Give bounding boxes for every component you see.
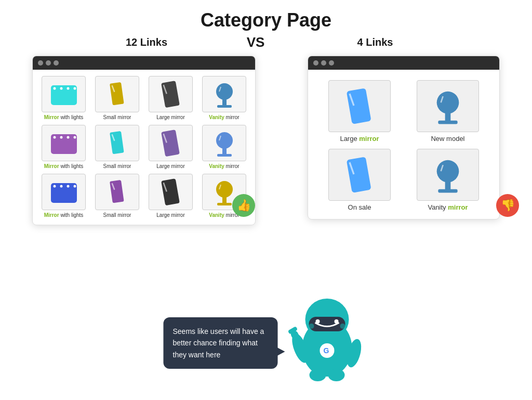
svg-point-3 — [66, 87, 69, 89]
product-label: Large mirror — [156, 163, 184, 170]
product-label: Small mirror — [103, 212, 131, 218]
browser-bar-right — [308, 56, 499, 70]
product-image — [417, 80, 479, 132]
product-label: Small mirror — [103, 114, 131, 121]
svg-rect-42 — [438, 120, 457, 124]
browser-dot — [38, 60, 43, 66]
list-item: Small mirror — [92, 125, 142, 170]
svg-point-24 — [216, 132, 233, 149]
list-item: Vanity mirror — [407, 149, 489, 211]
product-label: Large mirror — [156, 212, 184, 218]
svg-point-15 — [60, 136, 62, 138]
svg-point-2 — [60, 87, 62, 89]
svg-point-30 — [73, 185, 76, 187]
svg-point-28 — [60, 185, 62, 187]
svg-point-4 — [73, 87, 76, 89]
svg-rect-23 — [217, 154, 232, 157]
product-label: Small mirror — [103, 163, 131, 170]
list-item: Large mirror — [146, 76, 195, 121]
list-item: Vanity mirror — [200, 125, 249, 170]
right-product-grid: Large mirrorNew modelOn saleVanity mirro… — [308, 70, 499, 219]
product-label: Mirror with lights — [44, 163, 84, 170]
svg-rect-10 — [217, 105, 232, 108]
product-image — [95, 174, 139, 210]
product-image — [417, 149, 479, 201]
product-image — [328, 80, 391, 132]
list-item: Mirror with lights — [39, 125, 88, 170]
svg-point-63 — [328, 369, 345, 381]
list-item: Vanity mirror — [200, 76, 249, 121]
product-label: Large mirror — [340, 135, 379, 143]
browser-dot — [46, 60, 51, 66]
list-item: New model — [407, 80, 489, 143]
svg-point-37 — [216, 181, 233, 198]
product-label: On sale — [348, 203, 371, 211]
product-image — [95, 76, 139, 112]
svg-point-16 — [66, 136, 69, 138]
product-image — [95, 125, 139, 161]
product-image — [149, 76, 193, 112]
product-image — [149, 125, 193, 161]
speech-bubble-text: Seems like users will have a better chan… — [173, 327, 264, 359]
svg-text:G: G — [324, 346, 329, 355]
svg-rect-36 — [217, 203, 232, 205]
thumbs-down-button[interactable]: 👎 — [496, 194, 519, 217]
svg-point-56 — [309, 324, 314, 329]
svg-point-14 — [53, 136, 56, 138]
browser-dot — [329, 60, 334, 66]
svg-rect-33 — [161, 178, 180, 205]
product-label: Large mirror — [156, 114, 184, 121]
product-image — [42, 174, 86, 210]
subtitle-right: 4 Links — [287, 36, 463, 48]
svg-point-54 — [316, 319, 320, 324]
product-label: Mirror with lights — [44, 114, 84, 121]
svg-point-62 — [310, 369, 326, 381]
svg-rect-53 — [309, 317, 345, 331]
speech-bubble: Seems like users will have a better chan… — [164, 317, 278, 369]
list-item: Large mirror — [318, 80, 401, 143]
product-image — [42, 76, 86, 112]
thumbs-up-button[interactable]: 👍 — [232, 194, 255, 217]
product-label: Vanity mirror — [428, 203, 468, 211]
product-image — [202, 76, 246, 112]
product-image — [202, 125, 246, 161]
svg-point-11 — [216, 83, 233, 100]
left-browser-window: Mirror with lightsSmall mirrorLarge mirr… — [32, 56, 256, 225]
left-product-grid: Mirror with lightsSmall mirrorLarge mirr… — [33, 70, 255, 225]
list-item: Mirror with lights — [39, 174, 88, 218]
svg-point-29 — [66, 185, 69, 187]
list-item: Large mirror — [146, 174, 195, 218]
svg-rect-48 — [438, 189, 457, 192]
product-label: Vanity mirror — [209, 163, 239, 170]
robot: G — [286, 280, 369, 384]
page-title: Category Page — [0, 0, 532, 31]
product-label: New model — [431, 135, 464, 143]
list-item: Small mirror — [92, 76, 142, 121]
svg-rect-20 — [161, 130, 180, 157]
list-item: Mirror with lights — [39, 76, 88, 121]
svg-rect-39 — [347, 88, 371, 124]
subtitle-vs: VS — [224, 34, 287, 50]
list-item: Small mirror — [92, 174, 142, 218]
svg-point-1 — [53, 87, 56, 89]
svg-point-49 — [437, 160, 459, 182]
svg-point-17 — [73, 136, 76, 138]
browser-dot — [54, 60, 59, 66]
svg-point-27 — [53, 185, 56, 187]
svg-point-55 — [335, 319, 339, 324]
svg-rect-45 — [347, 157, 371, 193]
product-image — [149, 174, 193, 210]
product-label: Vanity mirror — [209, 114, 239, 121]
browser-dot — [321, 60, 326, 66]
product-image — [328, 149, 391, 201]
subtitle-left: 12 Links — [69, 36, 224, 48]
browser-bar-left — [33, 56, 255, 70]
svg-point-43 — [437, 91, 459, 113]
list-item: On sale — [318, 149, 401, 211]
browser-dot — [313, 60, 318, 66]
svg-point-57 — [340, 324, 345, 329]
product-image — [42, 125, 86, 161]
product-label: Mirror with lights — [44, 212, 84, 218]
list-item: Large mirror — [146, 125, 195, 170]
right-browser-window: Large mirrorNew modelOn saleVanity mirro… — [308, 56, 500, 220]
